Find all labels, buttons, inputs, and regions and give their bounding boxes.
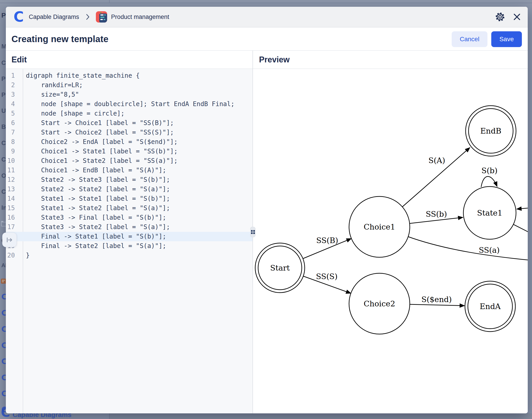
background-bottom-panel [110, 413, 532, 419]
code-line[interactable]: 17 State3 -> State2 [label = "S(a)"]; [6, 222, 253, 232]
line-number: 1 [6, 71, 20, 80]
code-line[interactable]: 10 Choice1 -> State2 [label = "SS(a)"]; [6, 156, 253, 166]
sidebar-item-fragment: Ul [1, 107, 6, 114]
dot-source-editor[interactable]: 1digraph finite_state_machine {2 rankdir… [6, 69, 253, 413]
dialog-title-row: Creating new template Cancel Save [6, 28, 528, 51]
code-line[interactable]: 1digraph finite_state_machine { [6, 71, 253, 80]
line-source: Start -> Choice2 [label = "SS(S)"]; [20, 128, 174, 137]
edge-label-Start-Choice2: SS(S) [316, 272, 338, 281]
indent-arrow-icon [6, 237, 13, 243]
background-top-divider [0, 3, 532, 3]
breadcrumb-page[interactable]: Product management [111, 13, 169, 21]
line-source: State3 -> Final [label = "S(b)"]; [20, 213, 166, 222]
line-number: 13 [6, 184, 20, 194]
line-source: State1 -> State2 [label = "S(a)"]; [20, 203, 170, 213]
sidebar-item-fragment: In [1, 204, 6, 211]
line-source: State2 -> State3 [label = "S(b)"]; [20, 175, 170, 184]
line-number: 4 [6, 99, 20, 109]
capable-diagrams-logo-icon: C [1, 325, 6, 334]
line-source: } [20, 251, 30, 260]
indent-line-button[interactable] [2, 233, 17, 247]
background-sidebar: PrMClPrPrUlByCaCaOClInCrAPCCCCCCCC [0, 0, 6, 419]
breadcrumb-app[interactable]: Capable Diagrams [29, 13, 79, 21]
code-line[interactable]: 14 State1 -> State1 [label = "S(b)"]; [6, 194, 253, 203]
code-line[interactable]: 18 Final -> State1 [label = "S(b)"]; [6, 232, 253, 241]
save-button[interactable]: Save [491, 31, 522, 47]
capable-diagrams-logo-icon: C [1, 308, 6, 317]
edge-Choice2-EndA [410, 304, 464, 306]
background-sidebar-divider-top [109, 0, 110, 3]
line-number: 3 [6, 90, 20, 99]
background-sidebar-divider-bottom [109, 413, 110, 419]
settings-button[interactable] [495, 12, 505, 22]
line-number: 7 [6, 128, 20, 137]
line-number: 14 [6, 194, 20, 203]
code-line[interactable]: 3 size="8,5" [6, 90, 253, 99]
code-line[interactable]: 8 Choice2 -> EndA [label = "S($end)"]; [6, 137, 253, 147]
code-line[interactable]: 9 Choice1 -> State1 [label = "SS(b)"]; [6, 147, 253, 156]
code-line[interactable]: 5 node [shape = circle]; [6, 109, 253, 118]
gear-icon [495, 12, 505, 22]
line-source: Final -> State2 [label = "S(a)"]; [20, 241, 166, 251]
line-source: State2 -> State2 [label = "S(a)"]; [20, 184, 170, 194]
code-line[interactable]: 2 rankdir=LR; [6, 80, 253, 90]
code-line[interactable]: 12 State2 -> State3 [label = "S(b)"]; [6, 175, 253, 184]
line-number: 9 [6, 147, 20, 156]
capable-diagrams-logo-icon: C [12, 10, 25, 24]
code-line[interactable]: 15 State1 -> State2 [label = "S(a)"]; [6, 203, 253, 213]
node-label-Start: Start [270, 263, 290, 272]
edge-label-Choice1-EndB: S(A) [429, 156, 445, 165]
drag-dots-icon [251, 230, 255, 234]
sidebar-item-fragment: M [1, 43, 6, 50]
line-number: 10 [6, 156, 20, 166]
dialog-header: C Capable Diagrams Product management [6, 7, 528, 27]
code-line[interactable]: 19 Final -> State2 [label = "S(a)"]; [6, 241, 253, 251]
line-source: Choice2 -> EndA [label = "S($end)"]; [20, 137, 178, 147]
line-number: 20 [6, 251, 20, 260]
edit-pane-header: Edit [6, 51, 253, 68]
finite-state-machine-diagram: SS(B)SS(S)S(A)SS(b)S(b)SS(a)S($end)Start… [253, 69, 528, 413]
sidebar-item-fragment: Cl [1, 59, 6, 66]
node-label-Choice2: Choice2 [364, 299, 395, 308]
capable-diagrams-logo-icon: C [1, 292, 6, 301]
line-source: digraph finite_state_machine { [20, 71, 140, 80]
capable-diagrams-logo-icon: C [1, 341, 6, 350]
code-line[interactable]: 11 Choice1 -> EndB [label = "S(A)"]; [6, 166, 253, 175]
line-number: 11 [6, 166, 20, 175]
code-line[interactable]: 13 State2 -> State2 [label = "S(a)"]; [6, 184, 253, 194]
diagram-preview-canvas: SS(B)SS(S)S(A)SS(b)S(b)SS(a)S($end)Start… [253, 69, 528, 413]
line-number: 16 [6, 213, 20, 222]
close-button[interactable] [513, 13, 521, 21]
node-label-EndB: EndB [480, 126, 501, 135]
cancel-button[interactable]: Cancel [452, 31, 487, 47]
sidebar-item-fragment: Ca [1, 139, 6, 147]
line-number: 15 [6, 203, 20, 213]
line-number: 12 [6, 175, 20, 184]
line-source: State3 -> State2 [label = "S(a)"]; [20, 222, 170, 232]
edge-label-State1-self-loop: S(b) [481, 166, 497, 175]
close-icon [513, 13, 521, 21]
screen: PrMClPrPrUlByCaCaOClInCrAPCCCCCCCC C Cap… [0, 0, 532, 419]
chevron-right-icon [86, 13, 90, 20]
sidebar-item-fragment: O [1, 172, 6, 179]
sidebar-item-fragment: Pr [1, 12, 6, 19]
code-line[interactable]: 7 Start -> Choice2 [label = "SS(S)"]; [6, 128, 253, 137]
sidebar-item-fragment: Pr [1, 75, 6, 82]
edge-label-Choice1-State2: SS(a) [479, 246, 500, 255]
preview-pane-header: Preview [253, 51, 290, 68]
line-number: 5 [6, 109, 20, 118]
code-line[interactable]: 6 Start -> Choice1 [label = "SS(B)"]; [6, 118, 253, 128]
line-number: 17 [6, 222, 20, 232]
template-editor-dialog: C Capable Diagrams Product management [6, 7, 528, 413]
line-source: size="8,5" [20, 90, 79, 99]
pane-resize-handle[interactable] [250, 227, 255, 237]
edge-into-State1-right [517, 208, 528, 209]
capable-diagrams-logo-icon: C [1, 389, 6, 398]
app-icon [1, 279, 6, 284]
edge-State1-out-right [513, 224, 528, 233]
node-label-State1: State1 [477, 208, 503, 217]
code-line[interactable]: 20} [6, 251, 253, 260]
code-line[interactable]: 4 node [shape = doublecircle]; Start End… [6, 99, 253, 109]
code-line[interactable]: 16 State3 -> Final [label = "S(b)"]; [6, 213, 253, 222]
node-label-Choice1: Choice1 [364, 222, 395, 231]
